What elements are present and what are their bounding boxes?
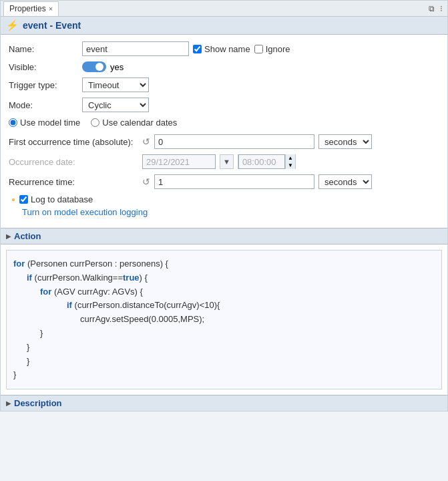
tab-title: Properties	[9, 4, 46, 13]
first-occurrence-controls: ↺ seconds minutes hours	[142, 134, 372, 149]
occurrence-date-row: Occurrence date: ▼ ▲ ▼	[9, 154, 439, 169]
name-label: Name:	[9, 44, 82, 54]
calendar-radio-label[interactable]: Use calendar dates	[91, 118, 177, 128]
visible-toggle[interactable]	[82, 61, 106, 72]
action-section-header[interactable]: ▶ Action	[1, 228, 447, 245]
code-line-5: currAgv.setSpeed(0.0005,MPS);	[13, 313, 435, 327]
recurrence-input[interactable]	[154, 174, 314, 189]
first-occurrence-label: First occurrence time (absolute):	[9, 137, 142, 147]
event-icon: ⚡	[6, 19, 19, 31]
recurrence-controls: ↺ seconds minutes hours	[142, 174, 372, 189]
log-checkbox[interactable]	[19, 195, 28, 204]
maximize-button[interactable]: ⧉	[427, 3, 437, 14]
model-time-radio[interactable]	[9, 118, 17, 127]
tab-bar: Properties × ⧉ ⁝	[1, 1, 447, 17]
code-line-8: }	[13, 355, 435, 369]
calendar-radio[interactable]	[91, 118, 99, 127]
code-area[interactable]: for (Personen currPerson : personens) { …	[6, 250, 442, 389]
time-spin-down-button[interactable]: ▼	[285, 162, 295, 169]
form-content: Name: Show name Ignore Visible:	[1, 35, 447, 228]
mode-select[interactable]: Cyclic Once	[82, 98, 149, 112]
visible-toggle-container: yes	[82, 61, 124, 72]
recurrence-label: Recurrence time:	[9, 177, 142, 187]
code-line-6: }	[13, 327, 435, 341]
visible-label: Visible:	[9, 62, 82, 72]
code-line-1: for (Personen currPerson : personens) {	[13, 257, 435, 271]
description-section-title: Description	[14, 398, 62, 408]
time-spin-up-button[interactable]: ▲	[285, 154, 295, 162]
show-name-checkbox[interactable]	[193, 45, 202, 53]
code-line-7: }	[13, 341, 435, 355]
panel-header: ⚡ event - Event	[1, 17, 447, 35]
log-link-row: Turn on model execution logging	[9, 207, 439, 217]
name-input[interactable]	[82, 41, 189, 56]
visible-value: yes	[110, 62, 124, 72]
log-warn-icon: ●	[11, 196, 15, 203]
ignore-label: Ignore	[266, 44, 290, 54]
mode-row: Mode: Cyclic Once	[9, 98, 439, 112]
trigger-select[interactable]: Timeout Condition Rate	[82, 77, 149, 92]
log-link[interactable]: Turn on model execution logging	[22, 207, 148, 217]
trigger-row: Trigger type: Timeout Condition Rate	[9, 77, 439, 92]
calendar-button[interactable]: ▼	[220, 154, 234, 169]
log-row: ● Log to database	[9, 194, 439, 204]
time-spinners: ▲ ▼	[285, 154, 295, 169]
occurrence-date-controls: ▼ ▲ ▼	[142, 154, 296, 169]
show-name-label: Show name	[204, 44, 250, 54]
name-controls: Show name Ignore	[82, 41, 290, 56]
show-name-checkbox-label[interactable]: Show name	[193, 44, 250, 54]
mode-label: Mode:	[9, 100, 82, 110]
log-checkbox-label[interactable]: Log to database	[19, 194, 93, 204]
description-arrow-icon: ▶	[6, 399, 11, 407]
first-occurrence-seconds-select[interactable]: seconds minutes hours	[318, 134, 372, 149]
occurrence-date-label: Occurrence date:	[9, 157, 142, 167]
calendar-label: Use calendar dates	[102, 118, 177, 128]
name-row: Name: Show name Ignore	[9, 41, 439, 56]
tab-actions: ⧉ ⁝	[427, 3, 445, 14]
model-time-radio-label[interactable]: Use model time	[9, 118, 80, 128]
ignore-checkbox-label[interactable]: Ignore	[254, 44, 290, 54]
visible-row: Visible: yes	[9, 61, 439, 72]
first-occurrence-row: First occurrence time (absolute): ↺ seco…	[9, 134, 439, 149]
code-line-4: if (currPerson.distanceTo(currAgv)<10){	[13, 299, 435, 313]
first-occurrence-reset-button[interactable]: ↺	[142, 136, 150, 147]
action-arrow-icon: ▶	[6, 232, 11, 240]
recurrence-row: Recurrence time: ↺ seconds minutes hours	[9, 174, 439, 189]
toggle-slider	[82, 61, 106, 72]
recurrence-seconds-select[interactable]: seconds minutes hours	[318, 174, 372, 189]
panel-title: event - Event	[23, 20, 81, 31]
occurrence-date-input[interactable]	[142, 154, 216, 169]
ignore-checkbox[interactable]	[254, 45, 263, 53]
code-line-9: }	[13, 368, 435, 382]
action-section-title: Action	[14, 231, 41, 241]
description-section-header[interactable]: ▶ Description	[1, 395, 447, 411]
trigger-label: Trigger type:	[9, 80, 82, 90]
log-label: Log to database	[31, 194, 93, 204]
tab-close-button[interactable]: ×	[49, 5, 53, 13]
menu-button[interactable]: ⁝	[438, 3, 445, 14]
code-line-2: if (currPerson.Walking==true) {	[13, 271, 435, 285]
time-input[interactable]	[238, 154, 285, 169]
properties-tab[interactable]: Properties ×	[3, 1, 59, 16]
code-line-3: for (AGV currAgv: AGVs) {	[13, 285, 435, 299]
time-radio-row: Use model time Use calendar dates	[9, 118, 439, 128]
model-time-label: Use model time	[20, 118, 80, 128]
recurrence-reset-button[interactable]: ↺	[142, 176, 150, 187]
first-occurrence-input[interactable]	[154, 134, 314, 149]
time-input-container: ▲ ▼	[238, 154, 296, 169]
